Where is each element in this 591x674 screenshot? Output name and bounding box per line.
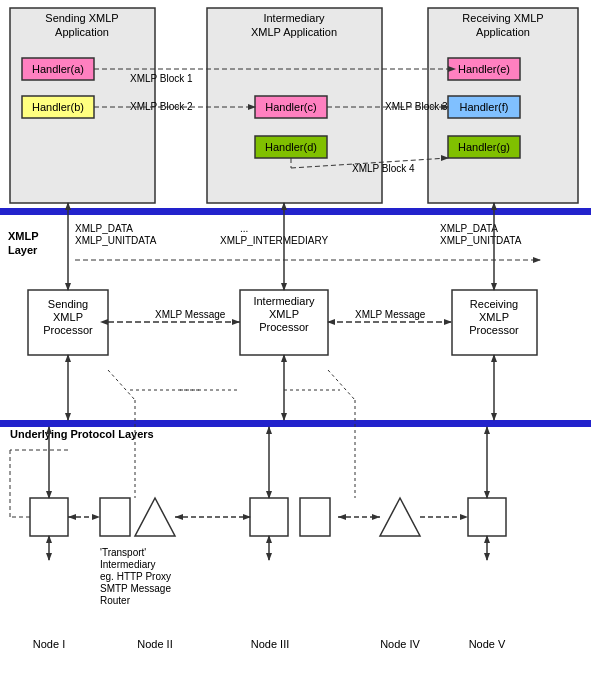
svg-rect-94	[300, 498, 330, 536]
svg-marker-87	[491, 413, 497, 421]
svg-marker-111	[92, 514, 100, 520]
svg-text:Layer: Layer	[8, 244, 38, 256]
svg-rect-96	[468, 498, 506, 536]
svg-text:XMLP_DATA: XMLP_DATA	[440, 223, 498, 234]
svg-text:XMLP Block 1: XMLP Block 1	[130, 73, 193, 84]
svg-text:Handler(d): Handler(d)	[265, 141, 317, 153]
svg-text:Handler(b): Handler(b)	[32, 101, 84, 113]
svg-rect-48	[28, 290, 108, 355]
svg-text:Intermediary: Intermediary	[263, 12, 325, 24]
svg-rect-9	[22, 58, 94, 80]
svg-marker-95	[380, 498, 420, 536]
svg-text:Node III: Node III	[251, 638, 290, 650]
svg-text:XMLP: XMLP	[53, 311, 83, 323]
svg-marker-78	[65, 413, 71, 421]
svg-text:Application: Application	[55, 26, 109, 38]
svg-marker-117	[372, 514, 380, 520]
svg-line-139	[108, 370, 135, 400]
svg-text:Processor: Processor	[43, 324, 93, 336]
svg-marker-122	[46, 553, 52, 561]
svg-marker-35	[441, 155, 449, 161]
svg-marker-73	[281, 202, 287, 210]
svg-text:'Transport': 'Transport'	[100, 547, 146, 558]
svg-marker-76	[491, 202, 497, 210]
svg-text:Intermediary: Intermediary	[100, 559, 156, 570]
svg-marker-32	[441, 104, 449, 110]
svg-marker-135	[266, 426, 272, 434]
svg-rect-13	[255, 96, 327, 118]
svg-marker-69	[65, 283, 71, 291]
svg-text:Underlying Protocol Layers: Underlying Protocol Layers	[10, 428, 154, 440]
svg-marker-30	[248, 104, 256, 110]
svg-text:Receiving XMLP: Receiving XMLP	[462, 12, 543, 24]
diagram: Sending XMLP Application Intermediary XM…	[0, 0, 591, 674]
svg-line-34	[291, 158, 448, 168]
svg-marker-118	[338, 514, 346, 520]
svg-marker-114	[243, 514, 251, 520]
svg-marker-132	[46, 426, 52, 434]
svg-marker-28	[448, 66, 456, 72]
svg-text:Handler(f): Handler(f)	[460, 101, 509, 113]
svg-marker-88	[491, 354, 497, 362]
svg-text:Application: Application	[476, 26, 530, 38]
svg-marker-75	[491, 283, 497, 291]
svg-rect-21	[448, 136, 520, 158]
svg-text:Handler(e): Handler(e)	[458, 63, 510, 75]
svg-rect-11	[22, 96, 94, 118]
svg-marker-72	[281, 283, 287, 291]
svg-rect-19	[448, 96, 520, 118]
svg-text:XMLP_UNITDATA: XMLP_UNITDATA	[440, 235, 522, 246]
svg-marker-47	[533, 257, 541, 263]
svg-text:Processor: Processor	[259, 321, 309, 333]
svg-marker-79	[65, 354, 71, 362]
svg-marker-137	[484, 491, 490, 499]
svg-rect-36	[0, 208, 591, 215]
svg-text:Sending XMLP: Sending XMLP	[45, 12, 118, 24]
svg-text:XMLP: XMLP	[269, 308, 299, 320]
svg-text:Handler(a): Handler(a)	[32, 63, 84, 75]
svg-text:Processor: Processor	[469, 324, 519, 336]
svg-marker-115	[175, 514, 183, 520]
svg-marker-83	[281, 354, 287, 362]
svg-rect-52	[240, 290, 328, 355]
svg-marker-91	[135, 498, 175, 536]
svg-text:Node V: Node V	[469, 638, 506, 650]
svg-marker-126	[266, 535, 272, 543]
svg-marker-123	[46, 535, 52, 543]
svg-marker-63	[100, 319, 108, 325]
svg-text:XMLP Block 4: XMLP Block 4	[352, 163, 415, 174]
svg-marker-82	[281, 413, 287, 421]
svg-text:XMLP_UNITDATA: XMLP_UNITDATA	[75, 235, 157, 246]
svg-text:Handler(c): Handler(c)	[265, 101, 316, 113]
svg-text:XMLP Message: XMLP Message	[355, 309, 426, 320]
svg-text:Node IV: Node IV	[380, 638, 420, 650]
svg-rect-92	[100, 498, 130, 536]
svg-rect-90	[30, 498, 68, 536]
svg-text:Node II: Node II	[137, 638, 172, 650]
svg-text:Router: Router	[100, 595, 131, 606]
svg-text:Handler(g): Handler(g)	[458, 141, 510, 153]
svg-text:XMLP_INTERMEDIARY: XMLP_INTERMEDIARY	[220, 235, 329, 246]
svg-marker-134	[266, 491, 272, 499]
svg-marker-64	[232, 319, 240, 325]
svg-text:XMLP Application: XMLP Application	[251, 26, 337, 38]
svg-text:XMLP Block 3: XMLP Block 3	[385, 101, 448, 112]
svg-text:SMTP Message: SMTP Message	[100, 583, 171, 594]
svg-marker-70	[65, 202, 71, 210]
svg-rect-0	[10, 8, 155, 203]
svg-text:Node I: Node I	[33, 638, 65, 650]
svg-text:eg. HTTP Proxy: eg. HTTP Proxy	[100, 571, 171, 582]
svg-rect-56	[452, 290, 537, 355]
svg-text:...: ...	[240, 223, 248, 234]
diagram-svg: Sending XMLP Application Intermediary XM…	[0, 0, 591, 674]
svg-marker-120	[460, 514, 468, 520]
svg-marker-131	[46, 491, 52, 499]
svg-text:Intermediary: Intermediary	[253, 295, 315, 307]
svg-marker-67	[444, 319, 452, 325]
svg-text:XMLP Block 2: XMLP Block 2	[130, 101, 193, 112]
svg-rect-93	[250, 498, 288, 536]
svg-rect-2	[428, 8, 578, 203]
svg-marker-129	[484, 535, 490, 543]
svg-text:XMLP: XMLP	[479, 311, 509, 323]
svg-text:XMLP Message: XMLP Message	[155, 309, 226, 320]
